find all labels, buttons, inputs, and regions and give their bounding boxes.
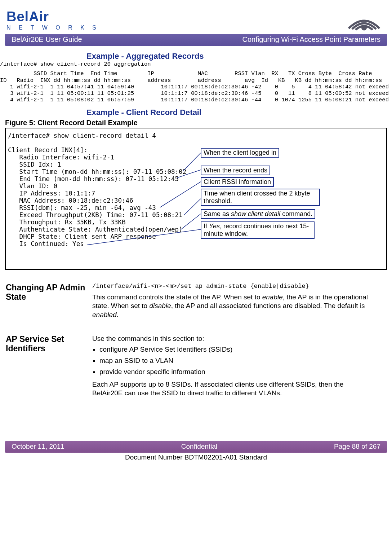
figure5-caption: Figure 5: Client Record Detail Example [5,119,392,127]
callout-italic: Yes [209,223,220,230]
header-right: Configuring Wi-Fi Access Point Parameter… [242,35,380,44]
top-bar: BelAir N E T W O R K S [0,0,392,34]
section2-body: Use the commands in this section to: con… [92,334,373,398]
section-ssids: AP Service Set Identifiers Use the comma… [6,334,373,398]
body-text: . [117,311,119,318]
logo: BelAir N E T W O R K S [6,9,99,31]
example1-command: /interface# show client-record 20 aggreg… [0,61,392,67]
callout-italic: show client detail [231,210,280,217]
body-text: This command controls the state of the A… [92,293,262,301]
section1-body: /interface/wifi-<n>-<m>/set ap admin-sta… [92,283,373,326]
footer-center: Confidential [181,443,217,450]
example1-title: Example - Aggregated Records [86,52,392,61]
callout-continued: If Yes, record continues into next 15-mi… [201,221,315,239]
page-footer: October 11, 2011 Confidential Page 88 of… [5,441,387,453]
list-item: map an SSID to a VLAN [99,356,373,365]
section1-command: /interface/wifi-<n>-<m>/set ap admin-sta… [92,283,373,290]
example2-title: Example - Client Record Detail [86,108,392,117]
callout-same-as: Same as show client detail command. [201,209,315,219]
aggregation-table: SSID Start Time End Time IP MAC RSSI Vla… [0,70,392,103]
wave-icon [347,7,381,32]
body-italic: disable [149,302,171,309]
section2-heading: AP Service Set Identifiers [6,334,89,398]
callout-text: Same as [204,210,231,217]
footer-right: Page 88 of 267 [334,443,380,450]
body-italic: enabled [92,311,117,318]
body-text: , the AP and all associated functions ar… [171,302,365,309]
section1-heading: Changing AP Admin State [6,283,89,326]
client-record-output: /interface# show client-record detail 4 … [8,132,384,247]
document-number: Document Number BDTM02201-A01 Standard [0,453,392,461]
callout-text: If [204,223,209,230]
list-item: provide vendor specific information [99,368,373,377]
footer-left: October 11, 2011 [12,443,64,450]
callout-record-end: When the record ends [201,166,270,175]
header-left: BelAir20E User Guide [12,35,82,44]
list-item: configure AP Service Set Identifiers (SS… [99,345,373,354]
callout-threshold: Time when client crossed the 2 kbyte thr… [201,189,320,206]
page-header: BelAir20E User Guide Configuring Wi-Fi A… [5,34,387,46]
section2-intro: Use the commands in this section to: [92,334,373,343]
body-italic: enable [262,293,283,301]
callout-rssi: Client RSSI information [201,177,274,187]
client-record-box: /interface# show client-record detail 4 … [5,128,387,270]
svg-point-0 [362,26,366,30]
section2-bullets: configure AP Service Set Identifiers (SS… [92,345,373,376]
section-admin-state: Changing AP Admin State /interface/wifi-… [6,283,373,326]
callout-logged-in: When the client logged in [201,148,279,158]
logo-name: BelAir [6,9,99,25]
logo-subtitle: N E T W O R K S [6,25,99,31]
section2-tail: Each AP supports up to 8 SSIDs. If assoc… [92,380,373,398]
callout-text: command. [280,210,312,217]
